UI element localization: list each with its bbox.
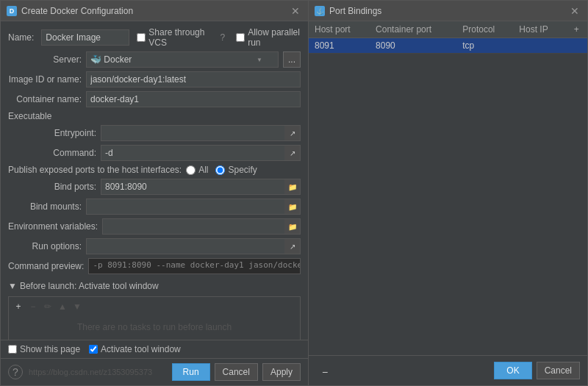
main-dialog-title: Create Docker Configuration (21, 6, 133, 16)
bind-mounts-input[interactable] (86, 199, 284, 215)
remove-task-button[interactable]: − (26, 300, 40, 313)
before-launch-header[interactable]: ▼ Before launch: Activate tool window (8, 281, 301, 291)
radio-specify-label[interactable]: Specify (215, 165, 257, 175)
main-dialog-content: Name: Share through VCS ? Allow parallel… (1, 21, 308, 340)
edit-task-button[interactable]: ✏ (41, 300, 54, 313)
command-input[interactable] (101, 145, 284, 161)
port-cell-protocol: tcp (456, 38, 513, 54)
radio-all-label[interactable]: All (186, 165, 208, 175)
entrypoint-input[interactable] (101, 125, 284, 141)
port-table-header-row: Host port Container port Protocol Host I… (309, 21, 587, 38)
activate-tool-checkbox[interactable] (89, 345, 98, 354)
run-button[interactable]: Run (172, 363, 210, 381)
run-options-input[interactable] (86, 238, 284, 254)
port-cancel-button[interactable]: Cancel (537, 362, 580, 379)
activate-tool-label[interactable]: Activate tool window (89, 344, 181, 354)
before-launch-area: + − ✏ ▲ ▼ There are no tasks to run befo… (8, 296, 301, 340)
container-row: Container name: (8, 91, 301, 107)
port-dialog-title: Port Bindings (329, 6, 381, 16)
bottom-checks: Show this page Activate tool window (1, 340, 308, 358)
footer-right: Run Cancel Apply (172, 363, 301, 381)
port-table-body: 80918090tcp (309, 38, 587, 54)
port-cell-action (565, 38, 587, 54)
server-settings-button[interactable]: ... (283, 51, 301, 68)
entrypoint-label: Entrypoint: (23, 128, 96, 138)
main-title-bar: D Create Docker Configuration ✕ (1, 1, 308, 21)
port-dialog-content: Host port Container port Protocol Host I… (309, 21, 587, 355)
vcs-help-icon: ? (220, 32, 226, 43)
name-input[interactable] (41, 29, 129, 46)
table-row[interactable]: 80918090tcp (309, 38, 587, 54)
command-preview-label: Command preview: (8, 261, 84, 271)
name-row: Name: Share through VCS ? Allow parallel… (8, 27, 301, 48)
bind-ports-input[interactable] (101, 179, 284, 195)
collapse-icon: ▼ (8, 281, 17, 291)
bind-mounts-row: Bind mounts: 📁 (8, 199, 301, 215)
title-left: D Create Docker Configuration (7, 6, 133, 16)
server-select[interactable]: 🐳 Docker (86, 51, 279, 68)
server-label: Server: (8, 54, 82, 65)
host-port-header: Host port (309, 21, 370, 38)
docker-icon: D (7, 6, 17, 16)
main-dialog-footer: ? https://blog.csdn.net/z1353095373 Run … (1, 358, 308, 385)
remove-port-button[interactable]: − (316, 365, 334, 379)
port-dialog-footer: − OK Cancel (309, 355, 587, 385)
run-options-row: Run options: ↗ (8, 238, 301, 254)
port-cell-hostIP (513, 38, 565, 54)
publish-label: Publish exposed ports to the host interf… (8, 165, 182, 175)
bind-ports-label: Bind ports: (23, 182, 96, 192)
image-input[interactable] (86, 71, 301, 87)
container-label: Container name: (8, 94, 82, 104)
container-input[interactable] (86, 91, 301, 107)
env-vars-label: Environment variables: (8, 221, 98, 232)
allow-parallel-checkbox[interactable] (236, 33, 245, 42)
image-label: Image ID or name: (8, 74, 82, 85)
command-input-wrapper: ↗ (101, 145, 301, 161)
run-options-input-wrapper: ↗ (86, 238, 301, 254)
command-browse-button[interactable]: ↗ (284, 145, 301, 161)
radio-all[interactable] (186, 165, 196, 175)
add-task-button[interactable]: + (12, 300, 25, 313)
add-port-header[interactable]: + (565, 21, 587, 38)
run-options-label: Run options: (8, 241, 82, 251)
host-ip-header: Host IP (513, 21, 565, 38)
command-label: Command: (23, 148, 96, 158)
command-row: Command: ↗ (8, 145, 301, 161)
radio-specify[interactable] (215, 165, 225, 175)
executable-label: Executable (8, 111, 51, 121)
checkbox-group: Share through VCS ? Allow parallel run (137, 27, 301, 48)
cancel-button[interactable]: Cancel (215, 363, 258, 381)
port-close-button[interactable]: ✕ (568, 4, 581, 18)
allow-parallel-label[interactable]: Allow parallel run (236, 27, 301, 48)
move-up-button[interactable]: ▲ (56, 300, 69, 313)
port-title-bar: ⚓ Port Bindings ✕ (309, 1, 587, 21)
share-vcs-label[interactable]: Share through VCS (137, 27, 209, 48)
run-options-browse-button[interactable]: ↗ (284, 238, 301, 254)
radio-group: All Specify (186, 165, 257, 175)
help-button[interactable]: ? (8, 365, 23, 379)
entrypoint-browse-button[interactable]: ↗ (284, 125, 301, 141)
main-close-button[interactable]: ✕ (289, 4, 302, 18)
name-label: Name: (8, 32, 34, 43)
main-dialog: D Create Docker Configuration ✕ Name: Sh… (0, 0, 309, 386)
env-vars-input[interactable] (102, 218, 284, 235)
executable-row: Executable (8, 111, 301, 121)
no-tasks-text: There are no tasks to run before launch (12, 316, 297, 338)
url-text: https://blog.csdn.net/z1353095373 (29, 368, 152, 376)
apply-button[interactable]: Apply (262, 363, 301, 381)
bind-ports-browse-button[interactable]: 📁 (284, 179, 301, 195)
show-page-checkbox[interactable] (8, 345, 17, 354)
bind-ports-row: Bind ports: 📁 (8, 179, 301, 195)
show-page-label[interactable]: Show this page (8, 344, 80, 354)
ok-button[interactable]: OK (494, 362, 531, 379)
server-select-wrapper: 🐳 Docker (86, 51, 279, 68)
move-down-button[interactable]: ▼ (71, 300, 84, 313)
env-vars-browse-button[interactable]: 📁 (284, 218, 301, 235)
footer-left: ? https://blog.csdn.net/z1353095373 (8, 365, 152, 379)
share-vcs-checkbox[interactable] (137, 33, 146, 42)
before-launch-toolbar: + − ✏ ▲ ▼ (12, 300, 297, 313)
port-table: Host port Container port Protocol Host I… (309, 21, 587, 54)
command-preview-value: -p 8091:8090 --name docker-day1 jason/do… (88, 258, 301, 274)
bind-mounts-browse-button[interactable]: 📁 (284, 199, 301, 215)
port-cell-containerPort: 8090 (370, 38, 456, 54)
